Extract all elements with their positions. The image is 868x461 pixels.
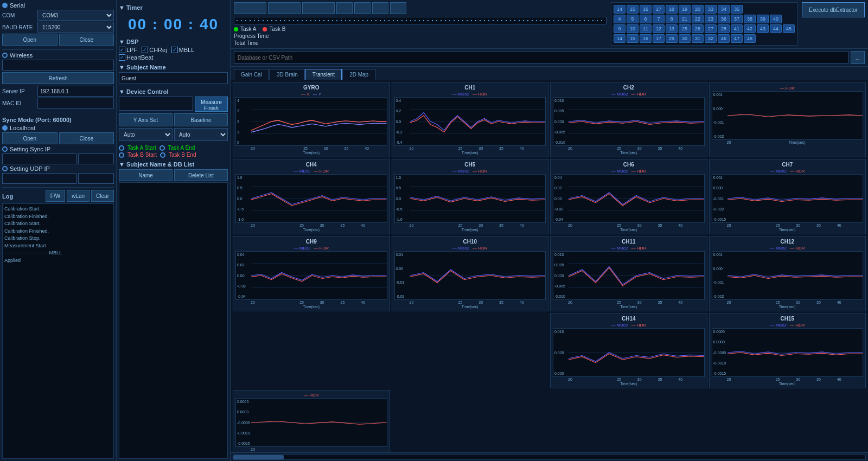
btn6[interactable] xyxy=(372,2,388,14)
wlan-button[interactable]: wLan xyxy=(67,190,90,202)
localhost-radio[interactable] xyxy=(2,125,8,131)
clear-button[interactable]: Clear xyxy=(91,190,114,202)
scrollbar-thumb[interactable] xyxy=(233,455,284,459)
tab-3d-brain[interactable]: 3D Brain xyxy=(270,69,305,80)
btn4[interactable] xyxy=(336,2,353,14)
ch-16b[interactable]: 16 xyxy=(640,34,652,43)
sync-ip-input2[interactable] xyxy=(78,153,114,164)
tab-2d-map[interactable]: 2D Map xyxy=(342,69,375,80)
ch-40[interactable]: 40 xyxy=(770,15,782,23)
heartbeat-checkbox[interactable] xyxy=(119,54,125,61)
task-a-end-radio[interactable] xyxy=(159,145,165,151)
execute-db-extractor-button[interactable]: Execute dbExtractor xyxy=(802,2,865,17)
ch-10[interactable]: 10 xyxy=(627,24,639,33)
ch-45[interactable]: 45 xyxy=(783,24,795,33)
serial-radio[interactable] xyxy=(2,3,8,8)
ch-21[interactable]: 21 xyxy=(679,15,691,23)
btn3[interactable] xyxy=(302,2,335,14)
ch-17[interactable]: 17 xyxy=(653,5,665,14)
tab-transient[interactable]: Transient xyxy=(305,69,342,80)
chrej-checkbox[interactable] xyxy=(142,47,148,53)
baseline-button[interactable]: Baseline xyxy=(174,113,228,126)
ch-6[interactable]: 6 xyxy=(640,15,652,23)
lpf-checkbox[interactable] xyxy=(119,47,125,53)
ch-17b[interactable]: 17 xyxy=(653,34,665,43)
sync-ip-input[interactable] xyxy=(2,153,76,164)
ch-4[interactable]: 4 xyxy=(614,15,626,23)
refresh-button[interactable]: Refresh xyxy=(2,72,114,84)
com-select[interactable]: COM3 xyxy=(37,10,114,21)
db-path-browse-button[interactable]: ... xyxy=(851,51,865,64)
ch-34[interactable]: 34 xyxy=(718,5,730,14)
ch-43[interactable]: 43 xyxy=(757,24,769,33)
ch-12[interactable]: 12 xyxy=(653,24,665,33)
name-button[interactable]: Name xyxy=(119,169,173,181)
ch-13[interactable]: 13 xyxy=(666,24,678,33)
open-button[interactable]: Open xyxy=(2,34,58,46)
measure-finish-button[interactable]: Measure Finish xyxy=(195,97,228,112)
ch-36[interactable]: 36 xyxy=(718,15,730,23)
fw-button[interactable]: F/W xyxy=(46,190,65,202)
y-axis-set-button[interactable]: Y Axis Set xyxy=(119,113,173,126)
ch-26[interactable]: 26 xyxy=(692,24,704,33)
ch-31[interactable]: 31 xyxy=(692,34,704,43)
server-ip-input[interactable] xyxy=(37,86,114,97)
ch-9[interactable]: 9 xyxy=(614,24,626,33)
auto-select-2[interactable]: Auto xyxy=(174,128,228,141)
ch-46[interactable]: 46 xyxy=(718,34,730,43)
measure-input[interactable] xyxy=(119,97,193,111)
task-b-start-radio[interactable] xyxy=(119,152,124,158)
sync-close-button[interactable]: Close xyxy=(59,132,114,144)
ch-5[interactable]: 5 xyxy=(627,15,639,23)
lpf-checkbox-item[interactable]: LPF xyxy=(119,47,137,53)
ch-25[interactable]: 25 xyxy=(679,24,691,33)
close-button[interactable]: Close xyxy=(59,34,114,46)
ch-18[interactable]: 18 xyxy=(666,5,678,14)
ch-14b[interactable]: 14 xyxy=(614,34,626,43)
ch-15b[interactable]: 15 xyxy=(627,34,639,43)
db-path-input[interactable] xyxy=(234,51,848,64)
btn7[interactable] xyxy=(390,2,406,14)
ch-23[interactable]: 23 xyxy=(705,15,717,23)
ch-41[interactable]: 41 xyxy=(731,24,743,33)
ch-42[interactable]: 42 xyxy=(744,24,756,33)
btn1[interactable] xyxy=(234,2,266,14)
ch-44[interactable]: 44 xyxy=(770,24,782,33)
ch-15[interactable]: 15 xyxy=(627,5,639,14)
ch-28[interactable]: 28 xyxy=(718,24,730,33)
ch-38[interactable]: 38 xyxy=(744,15,756,23)
task-a-start-radio[interactable] xyxy=(119,145,124,151)
wireless-radio[interactable] xyxy=(2,53,8,58)
ch-8[interactable]: 8 xyxy=(666,15,678,23)
ch-32[interactable]: 32 xyxy=(705,34,717,43)
ch-30[interactable]: 30 xyxy=(679,34,691,43)
ch-14[interactable]: 14 xyxy=(614,5,626,14)
subject-name-input[interactable] xyxy=(119,72,228,84)
ch-33[interactable]: 33 xyxy=(705,5,717,14)
mbll-checkbox-item[interactable]: MBLL xyxy=(171,47,195,53)
ch-48[interactable]: 48 xyxy=(744,34,756,43)
scrollbar-track[interactable] xyxy=(233,454,866,460)
heartbeat-checkbox-item[interactable]: HeartBeat xyxy=(119,54,154,61)
tab-gain-cal[interactable]: Gain Cal xyxy=(234,69,269,80)
ch-27[interactable]: 27 xyxy=(705,24,717,33)
ch-16[interactable]: 16 xyxy=(640,5,652,14)
ch-35[interactable]: 35 xyxy=(731,5,743,14)
ch-19[interactable]: 19 xyxy=(679,5,691,14)
ch-39[interactable]: 39 xyxy=(757,15,769,23)
sync-ip-radio[interactable] xyxy=(2,146,8,152)
auto-select-1[interactable]: Auto xyxy=(119,128,173,141)
task-b-end-radio[interactable] xyxy=(160,152,165,158)
udp-ip-input2[interactable] xyxy=(78,173,114,184)
ch-29[interactable]: 29 xyxy=(666,34,678,43)
ch-7[interactable]: 7 xyxy=(653,15,665,23)
ch-11[interactable]: 11 xyxy=(640,24,652,33)
udp-ip-input[interactable] xyxy=(2,173,76,184)
bottom-scrollbar[interactable] xyxy=(231,452,868,461)
btn5[interactable] xyxy=(354,2,371,14)
ch-37[interactable]: 37 xyxy=(731,15,743,23)
mbll-checkbox[interactable] xyxy=(171,47,178,53)
chrej-checkbox-item[interactable]: CHRej xyxy=(142,47,167,53)
sync-open-button[interactable]: Open xyxy=(2,132,58,144)
ch-22[interactable]: 22 xyxy=(692,15,704,23)
